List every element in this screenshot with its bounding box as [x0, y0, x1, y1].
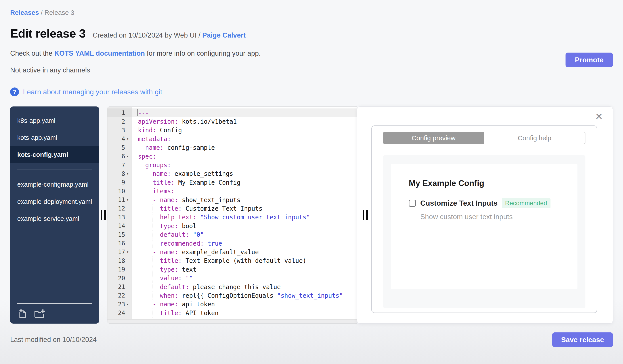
indent-guide — [153, 317, 153, 319]
new-folder-icon — [34, 309, 45, 319]
sidebar-item-example-service-yaml[interactable]: example-service.yaml — [10, 210, 99, 227]
breadcrumb-separator: / — [39, 9, 44, 16]
code-line-content[interactable]: name: config-sample — [132, 143, 357, 152]
close-icon[interactable]: ✕ — [595, 112, 603, 121]
fold-arrow-icon[interactable]: ▾ — [125, 172, 130, 176]
sidebar-item-k8s-app-yaml[interactable]: k8s-app.yaml — [10, 112, 99, 129]
code-line-content[interactable]: recommended: true — [132, 239, 357, 248]
code-line-content[interactable]: - name: example_default_value — [132, 248, 357, 256]
fold-arrow-icon[interactable]: ▾ — [125, 198, 130, 202]
code-line-content[interactable]: default: please change this value — [132, 283, 357, 291]
preview-body: My Example Config Customize Text Inputs … — [383, 155, 585, 308]
editor-lines: 1---2apiVersion: kots.io/v1beta13kind: C… — [108, 107, 357, 319]
channel-status: Not active in any channels — [10, 66, 613, 74]
file-list: k8s-app.yamlkots-app.yamlkots-config.yam… — [10, 112, 99, 227]
code-line-14: 14 type: bool — [108, 222, 357, 230]
line-number: 24 — [108, 309, 132, 317]
code-line-5: 5 name: config-sample — [108, 143, 357, 152]
fold-arrow-icon[interactable]: ▾ — [125, 250, 130, 254]
fold-arrow-icon[interactable]: ▾ — [125, 154, 130, 158]
learn-git-link[interactable]: Learn about managing your releases with … — [23, 88, 162, 96]
code-line-content[interactable]: apiVersion: kots.io/v1beta1 — [132, 117, 357, 126]
code-line-content[interactable]: - name: show_text_inputs — [132, 196, 357, 204]
footer: Last modified on 10/10/2024 Save release — [10, 332, 613, 347]
code-line-content[interactable]: title: Customize Text Inputs — [132, 204, 357, 213]
line-number: 20 — [108, 274, 132, 282]
save-release-button[interactable]: Save release — [552, 332, 613, 347]
breadcrumb-releases-link[interactable]: Releases — [10, 9, 39, 16]
code-line-16: 16 recommended: true — [108, 239, 357, 248]
line-number: 3 — [108, 126, 132, 135]
code-line-content[interactable]: --- — [132, 108, 357, 117]
code-line-content[interactable]: type: bool — [132, 222, 357, 230]
indent-guide — [153, 239, 153, 248]
code-line-content[interactable]: title: Text Example (with default value) — [132, 256, 357, 265]
code-line-20: 20 value: "" — [108, 274, 357, 282]
tab-config-preview[interactable]: Config preview — [383, 132, 484, 144]
kots-yaml-doc-link[interactable]: KOTS YAML documentation — [54, 49, 145, 57]
help-question-icon[interactable]: ? — [10, 87, 19, 96]
line-number: 9 — [108, 178, 132, 187]
release-editor-panels: k8s-app.yamlkots-app.yamlkots-config.yam… — [10, 106, 613, 324]
yaml-code-editor[interactable]: 1---2apiVersion: kots.io/v1beta13kind: C… — [107, 106, 357, 324]
sidebar-resize-handle[interactable] — [99, 106, 107, 324]
config-group-title: My Example Config — [409, 179, 560, 188]
new-folder-button[interactable] — [34, 309, 45, 319]
code-line-content[interactable]: metadata: — [132, 135, 357, 143]
edit-release-page: Releases / Release 3 Edit release 3 Crea… — [0, 0, 623, 364]
fold-arrow-icon[interactable]: ▾ — [125, 137, 130, 141]
config-item-checkbox[interactable] — [409, 200, 416, 207]
indent-guide — [153, 222, 153, 230]
code-line-4: 4▾metadata: — [108, 135, 357, 143]
promote-button[interactable]: Promote — [565, 53, 613, 67]
code-line-content[interactable]: help_text: "Show custom user text inputs… — [132, 213, 357, 222]
author-link[interactable]: Paige Calvert — [202, 31, 246, 39]
sidebar-item-kots-config-yaml[interactable]: kots-config.yaml — [10, 146, 99, 163]
tab-config-help[interactable]: Config help — [484, 132, 586, 144]
code-line-content[interactable]: spec: — [132, 152, 357, 161]
sidebar-item-example-configmap-yaml[interactable]: example-configmap.yaml — [10, 176, 99, 193]
line-number: 2 — [108, 117, 132, 126]
sidebar-item-example-deployment-yaml[interactable]: example-deployment.yaml — [10, 193, 99, 210]
code-line-content[interactable]: groups: — [132, 161, 357, 169]
code-line-15: 15 default: "0" — [108, 230, 357, 239]
line-number: 17▾ — [108, 248, 132, 256]
new-file-button[interactable] — [17, 309, 27, 319]
sidebar-item-kots-app-yaml[interactable]: kots-app.yaml — [10, 129, 99, 146]
code-line-content[interactable]: items: — [132, 187, 357, 196]
preview-resize-handle[interactable] — [363, 210, 368, 220]
indent-guide — [153, 309, 153, 317]
fold-arrow-icon[interactable]: ▾ — [125, 302, 130, 306]
code-line-21: 21 default: please change this value — [108, 283, 357, 291]
indent-guide — [153, 283, 153, 291]
indent-guide — [153, 230, 153, 239]
code-line-content[interactable]: default: "0" — [132, 230, 357, 239]
code-line-content[interactable]: title: API token — [132, 309, 357, 317]
doc-line: Check out the KOTS YAML documentation fo… — [10, 49, 613, 58]
code-line-19: 19 type: text — [108, 265, 357, 274]
line-number: 5 — [108, 143, 132, 152]
line-number: 4▾ — [108, 135, 132, 143]
code-line-content[interactable]: type: text — [132, 265, 357, 274]
code-line-content[interactable]: title: My Example Config — [132, 178, 357, 187]
editor-horizontal-scrollbar[interactable] — [108, 319, 357, 323]
learn-row: ? Learn about managing your releases wit… — [10, 87, 613, 96]
text-cursor — [137, 109, 138, 116]
code-line-content[interactable]: - name: api_token — [132, 300, 357, 309]
code-line-13: 13 help_text: "Show custom user text inp… — [108, 213, 357, 222]
line-number: 25 — [108, 317, 132, 319]
code-line-10: 10 items: — [108, 187, 357, 196]
code-line-22: 22 when: repl{{ ConfigOptionEquals "show… — [108, 291, 357, 300]
line-number: 15 — [108, 230, 132, 239]
code-line-content[interactable]: type: password — [132, 317, 357, 319]
line-number: 14 — [108, 222, 132, 230]
code-line-content[interactable]: value: "" — [132, 274, 357, 282]
indent-guide — [153, 265, 153, 274]
line-number: 1 — [108, 108, 132, 117]
line-number: 12 — [108, 204, 132, 213]
drag-handle-icon — [101, 210, 106, 220]
config-preview-panel: ✕ Config preview Config help My Example … — [357, 106, 613, 324]
code-line-content[interactable]: kind: Config — [132, 126, 357, 135]
code-line-content[interactable]: when: repl{{ ConfigOptionEquals "show_te… — [132, 291, 357, 300]
code-line-content[interactable]: - name: example_settings — [132, 169, 357, 178]
